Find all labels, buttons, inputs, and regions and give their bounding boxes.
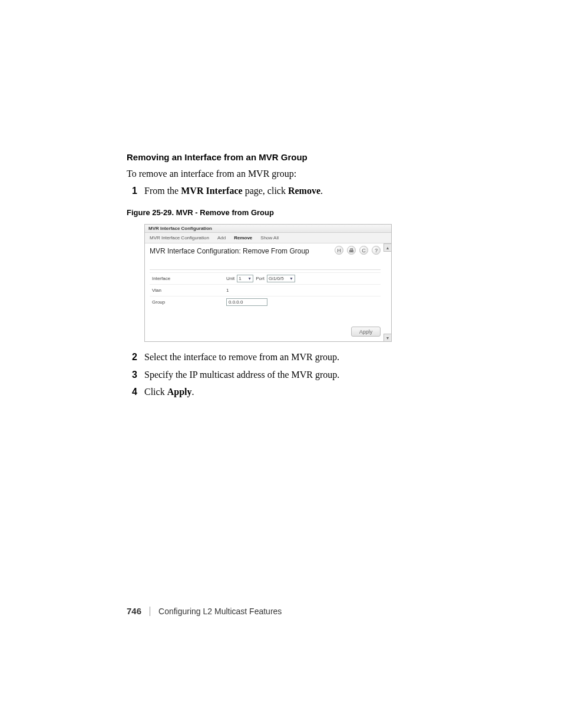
step1-pre: From the <box>144 186 181 196</box>
label-unit: Unit <box>226 276 234 281</box>
input-group[interactable]: 0.0.0.0 <box>226 298 267 306</box>
step4-pre: Click <box>144 387 167 397</box>
input-group-value: 0.0.0.0 <box>229 299 243 305</box>
step-text: From the MVR Interface page, click Remov… <box>144 184 457 197</box>
step-number: 4 <box>127 385 144 398</box>
step-1: 1 From the MVR Interface page, click Rem… <box>127 184 457 197</box>
print-icon[interactable]: 🖶 <box>347 246 356 255</box>
step-4: 4 Click Apply. <box>127 385 457 398</box>
figure-caption: Figure 25-29. MVR - Remove from Group <box>127 208 457 217</box>
step1-bold2: Remove <box>288 186 320 196</box>
value-interface: Unit 1▼ Port Gi1/0/5▼ <box>226 275 295 282</box>
step-2: 2 Select the interface to remove from an… <box>127 350 457 364</box>
select-unit-value: 1 <box>239 276 241 281</box>
label-port: Port <box>256 276 265 281</box>
tab-add[interactable]: Add <box>217 235 226 241</box>
step-number: 1 <box>127 184 144 197</box>
row-group: Group 0.0.0.0 <box>150 296 381 308</box>
apply-button[interactable]: Apply <box>351 327 381 337</box>
value-group: 0.0.0.0 <box>226 298 267 306</box>
caret-down-icon: ▼ <box>247 276 252 281</box>
select-unit[interactable]: 1▼ <box>237 275 253 282</box>
row-interface: Interface Unit 1▼ Port Gi1/0/5▼ <box>150 272 381 284</box>
tab-mvr-interface-config[interactable]: MVR Interface Configuration <box>150 235 209 241</box>
step-3: 3 Specify the IP multicast address of th… <box>127 368 457 381</box>
scroll-up-button[interactable]: ▴ <box>384 243 392 252</box>
page-footer: 746 Configuring L2 Multicast Features <box>127 606 457 616</box>
select-port-value: Gi1/0/5 <box>269 276 284 281</box>
footer-divider <box>150 607 150 616</box>
step-text: Select the interface to remove from an M… <box>144 350 457 364</box>
toolbar-icons: H 🖶 C ? <box>335 246 381 255</box>
page: Removing an Interface from an MVR Group … <box>0 0 562 728</box>
page-number: 746 <box>127 606 141 616</box>
step-number: 2 <box>127 350 144 364</box>
label-interface: Interface <box>150 276 226 281</box>
row-vlan: Vlan 1 <box>150 284 381 296</box>
refresh-icon[interactable]: C <box>359 246 368 255</box>
step4-post: . <box>191 387 194 397</box>
step1-post: . <box>320 186 323 196</box>
chevron-down-icon: ▾ <box>386 335 389 341</box>
step-text: Click Apply. <box>144 385 457 398</box>
caret-down-icon: ▼ <box>289 276 293 281</box>
tab-remove[interactable]: Remove <box>234 235 252 241</box>
chevron-up-icon: ▴ <box>386 245 389 251</box>
scroll-down-button[interactable]: ▾ <box>384 334 392 342</box>
step1-bold1: MVR Interface <box>181 186 242 196</box>
select-port[interactable]: Gi1/0/5▼ <box>267 275 295 282</box>
chapter-title: Configuring L2 Multicast Features <box>158 607 282 616</box>
tab-row: MVR Interface Configuration Add Remove S… <box>145 233 391 243</box>
help-icon[interactable]: ? <box>372 246 381 255</box>
step-text: Specify the IP multicast address of the … <box>144 368 457 381</box>
save-icon[interactable]: H <box>335 246 343 255</box>
screenshot: MVR Interface Configuration MVR Interfac… <box>144 224 392 342</box>
label-group: Group <box>150 299 226 305</box>
step4-bold: Apply <box>167 387 192 397</box>
ordered-list: 1 From the MVR Interface page, click Rem… <box>127 184 457 197</box>
intro-text: To remove an interface from an MVR group… <box>127 167 457 180</box>
section-heading: Removing an Interface from an MVR Group <box>127 152 457 162</box>
window-titlebar: MVR Interface Configuration <box>145 225 391 233</box>
screenshot-wrapper: MVR Interface Configuration MVR Interfac… <box>144 224 392 342</box>
label-vlan: Vlan <box>150 288 226 293</box>
content-region: Removing an Interface from an MVR Group … <box>127 152 457 402</box>
tab-show-all[interactable]: Show All <box>260 235 279 241</box>
step1-mid: page, click <box>243 186 288 196</box>
step-number: 3 <box>127 368 144 381</box>
ordered-list-continued: 2 Select the interface to remove from an… <box>127 350 457 398</box>
panel-main: MVR Interface Configuration: Remove From… <box>150 247 381 337</box>
apply-button-label: Apply <box>359 329 373 335</box>
value-vlan: 1 <box>226 288 229 293</box>
separator <box>150 269 381 270</box>
